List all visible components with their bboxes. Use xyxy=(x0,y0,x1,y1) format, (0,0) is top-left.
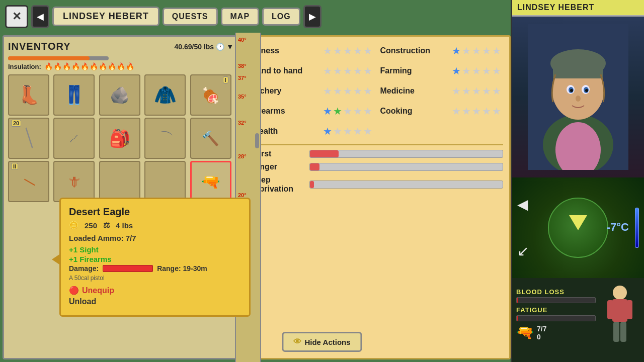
slot-boots[interactable]: 👢 xyxy=(8,74,49,116)
slot-empty2[interactable] xyxy=(144,161,186,202)
skills-panel: Fitness ★ ★ ★ ★ ★ Construction ★ ★ ★ ★ ★ xyxy=(242,35,511,359)
insulation-label: Insulation: xyxy=(8,63,41,70)
slot-ammo[interactable]: II | xyxy=(8,161,49,202)
slot-food[interactable]: I 🍖 xyxy=(190,74,231,116)
food-icon: 🍖 xyxy=(201,86,220,104)
hunger-bar xyxy=(309,163,503,171)
nav-right-button[interactable]: ▶ xyxy=(303,5,321,28)
hide-actions-label[interactable]: Hide Actions xyxy=(304,338,350,346)
slot-bow2[interactable]: ⌒ xyxy=(144,118,186,159)
bow1-icon: ╱ xyxy=(19,128,39,148)
svg-rect-5 xyxy=(553,63,603,78)
map-button[interactable]: MAP xyxy=(221,8,260,26)
temp-32: 32° xyxy=(238,120,258,126)
tooltip-ammo: Loaded Ammo: 7/7 xyxy=(69,234,241,242)
jacket-icon: 🧥 xyxy=(154,84,177,106)
slot-gun[interactable]: 🔫 xyxy=(190,161,231,202)
skill-row-firearms: Firearms ★ ★ ★ ★ ★ xyxy=(249,102,374,120)
unload-label[interactable]: Unload xyxy=(69,297,96,306)
skill-archery-stars: ★ ★ ★ ★ ★ xyxy=(323,85,372,97)
nav-left-button[interactable]: ◀ xyxy=(31,5,49,28)
nav-arrow-right[interactable]: ↙ xyxy=(517,243,529,259)
thirst-fill xyxy=(310,150,339,157)
damage-label: Damage: xyxy=(69,264,99,273)
unload-button[interactable]: Unload xyxy=(69,297,241,306)
inventory-grid: 👢 👖 🪨 🧥 I 🍖 20 ╱ ⟋ xyxy=(8,74,233,202)
pants-icon: 👖 xyxy=(63,84,86,106)
slot-hammer[interactable]: 🔨 xyxy=(190,118,231,159)
star: ★ xyxy=(333,85,342,97)
slot-empty1[interactable] xyxy=(99,161,140,202)
top-bar: ✕ ◀ LINDSEY HEBERT QUESTS MAP LOG ▶ xyxy=(0,0,644,33)
skill-stealth-stars: ★ ★ ★ ★ ★ xyxy=(323,125,372,137)
fatigue-fill xyxy=(517,316,518,321)
skill-medicine-stars: ★ ★ ★ ★ ★ xyxy=(452,85,501,97)
slot-item11[interactable]: 🗡 xyxy=(53,161,95,202)
boots-icon: 👢 xyxy=(18,84,40,106)
temperature-display: -7°C xyxy=(607,208,639,248)
svg-rect-16 xyxy=(626,300,632,319)
star: ★ xyxy=(323,45,332,57)
svg-rect-14 xyxy=(612,299,627,322)
close-button[interactable]: ✕ xyxy=(5,5,28,28)
slot-i-label: I xyxy=(223,76,228,83)
blood-loss-fill xyxy=(517,298,518,303)
status-sleep: Sleep Deprivation xyxy=(249,175,503,194)
ammo-zero-value: 0 xyxy=(537,333,546,341)
scroll-indicator[interactable] xyxy=(255,133,259,148)
gun-icon: 🔫 xyxy=(516,324,534,341)
inventory-header: INVENTORY 40.69/50 lbs 🕐 ▼ xyxy=(8,41,233,52)
ins-icon-4: 🔥 xyxy=(71,62,80,70)
star: ★ xyxy=(482,45,491,57)
hide-actions-icon: 👁 xyxy=(293,337,301,346)
gun-slot-icon: 🔫 xyxy=(201,173,220,191)
map-player-marker xyxy=(569,215,587,230)
nav-arrows: ◀ ↙ xyxy=(517,196,529,259)
star: ★ xyxy=(353,65,362,77)
ins-icon-7: 🔥 xyxy=(99,62,107,70)
star: ★ xyxy=(472,65,481,77)
char-body-section: BLOOD LOSS FATIGUE 🔫 7/7 0 xyxy=(516,285,640,345)
slot-jacket[interactable]: 🧥 xyxy=(144,74,186,116)
weight-display: 40.69/50 lbs 🕐 ▼ xyxy=(175,43,233,51)
star: ★ xyxy=(343,105,352,117)
star: ★ xyxy=(363,125,372,137)
star: ★ xyxy=(353,85,362,97)
star: ★ xyxy=(353,125,362,137)
slot-backpack[interactable]: 🎒 xyxy=(99,118,140,159)
mini-map: ◀ ↙ -7°C xyxy=(512,177,644,278)
star: ★ xyxy=(472,85,481,97)
body-svg xyxy=(602,285,637,345)
star: ★ xyxy=(492,65,501,77)
log-button[interactable]: LOG xyxy=(262,8,300,26)
star: ★ xyxy=(333,65,342,77)
slot-pants[interactable]: 👖 xyxy=(53,74,95,116)
unequip-label[interactable]: Unequip xyxy=(82,286,114,295)
slot-bow1[interactable]: 20 ╱ xyxy=(8,118,49,159)
star: ★ xyxy=(452,65,461,77)
range-label: Range: 19-30m xyxy=(157,264,207,273)
nav-arrow-left[interactable]: ◀ xyxy=(517,196,529,213)
right-panel: LINDSEY HEBERT xyxy=(511,0,644,362)
skill-fitness-stars: ★ ★ ★ ★ ★ xyxy=(323,45,372,57)
star: ★ xyxy=(363,45,372,57)
star: ★ xyxy=(343,85,352,97)
slot-arrow[interactable]: ⟋ xyxy=(53,118,95,159)
svg-point-13 xyxy=(613,286,627,300)
quests-button[interactable]: QUESTS xyxy=(163,8,218,26)
filter-icon[interactable]: ▼ xyxy=(226,43,233,51)
svg-rect-15 xyxy=(607,300,613,319)
ins-icon-5: 🔥 xyxy=(80,62,89,70)
skill-row-empty xyxy=(378,122,504,140)
unequip-button[interactable]: 🔴 Unequip xyxy=(69,286,241,295)
star: ★ xyxy=(462,45,471,57)
skill-row-stealth: Stealth ★ ★ ★ ★ ★ xyxy=(249,122,374,140)
ins-icon-3: 🔥 xyxy=(62,62,71,70)
weight-value: 40.69/50 lbs xyxy=(175,43,214,51)
hide-actions-button[interactable]: 👁 Hide Actions xyxy=(282,332,362,352)
temp-gauge xyxy=(635,208,639,248)
skill-construction-stars: ★ ★ ★ ★ ★ xyxy=(452,45,501,57)
star: ★ xyxy=(333,105,342,117)
slot-rock[interactable]: 🪨 xyxy=(99,74,140,116)
star: ★ xyxy=(492,85,501,97)
